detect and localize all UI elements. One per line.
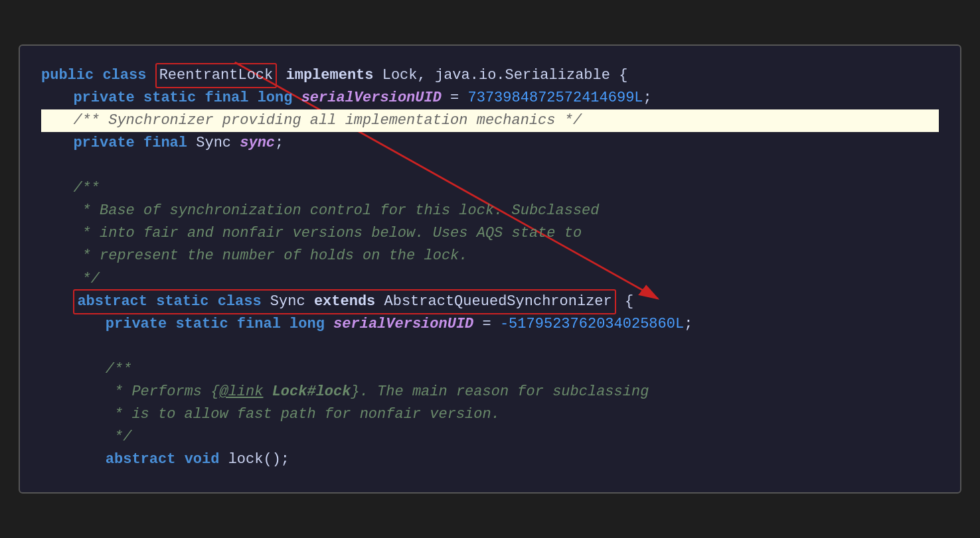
code-line-2: private static final long serialVersionU… [41,87,939,109]
code-line-16: * is to allow fast path for nonfair vers… [41,403,939,426]
code-line-9: * represent the number of holds on the l… [41,245,939,267]
code-container: public class ReentrantLock implements Lo… [19,44,961,494]
code-line-1: public class ReentrantLock implements Lo… [41,64,939,87]
code-line-7: * Base of synchronization control for th… [41,200,939,222]
code-line-4: private final Sync sync; [41,132,939,155]
code-line-12: private static final long serialVersionU… [41,313,939,336]
sync-class-box: abstract static class Sync extends Abstr… [73,289,615,314]
blank-line-2 [41,336,939,358]
code-line-18: abstract void lock(); [41,448,939,471]
comment-highlighted: /** Synchronizer providing all implement… [41,112,582,129]
serial-uid-2: -5179523762034025860L [500,316,684,332]
reentrantlock-box: ReentrantLock [155,63,278,88]
code-line-11: abstract static class Sync extends Abstr… [41,291,939,313]
code-line-15: * Performs {@link Lock#lock}. The main r… [41,381,939,403]
code-line-3: /** Synchronizer providing all implement… [41,109,939,132]
code-line-10: */ [41,268,939,291]
code-line-8: * into fair and nonfair versions below. … [41,222,939,245]
code-line-14: /** [41,358,939,381]
code-line-6: /** [41,177,939,200]
blank-line-1 [41,155,939,177]
code-line-17: */ [41,426,939,448]
serial-uid-1: 7373984872572414699L [468,90,643,106]
